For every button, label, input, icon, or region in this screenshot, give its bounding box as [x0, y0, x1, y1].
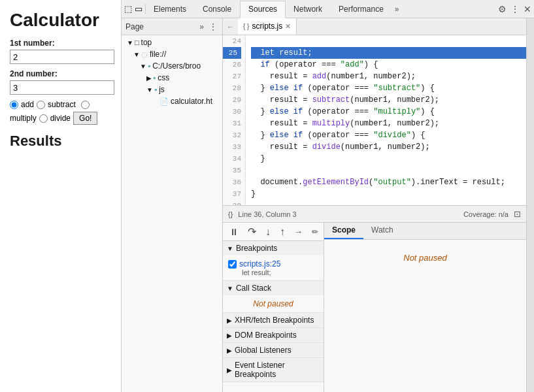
breakpoint-info-1: scripts.js:25 let result; — [239, 259, 280, 276]
step-button[interactable]: → — [292, 225, 305, 238]
code-tab-back-icon: ← — [223, 23, 238, 31]
code-tab-js-icon: { } — [243, 23, 249, 30]
tab-watch[interactable]: Watch — [363, 223, 401, 239]
callstack-not-paused: Not paused — [223, 295, 324, 312]
code-line-29: result = subtract(number1, number2); — [251, 94, 526, 106]
ln-28: 28 — [223, 82, 241, 94]
go-button[interactable]: Go! — [73, 112, 97, 125]
results-title: Results — [10, 133, 111, 150]
callstack-arrow-icon: ▼ — [227, 285, 233, 292]
mobile-icon[interactable]: ▭ — [135, 4, 142, 14]
callstack-section: ▼ Call Stack Not paused — [223, 281, 324, 313]
tree-label-top: top — [141, 38, 152, 47]
more-tabs-button[interactable]: » — [392, 5, 402, 14]
radio-divide-label: divide — [50, 114, 71, 123]
more-options-icon[interactable]: ⋮ — [510, 4, 520, 14]
radio-multiply[interactable] — [81, 101, 90, 109]
ln-33: 33 — [223, 141, 241, 153]
tree-arrow-js: ▼ — [146, 86, 153, 93]
breakpoints-header[interactable]: ▼ Breakpoints — [223, 241, 324, 255]
step-into-button[interactable]: ↓ — [263, 225, 273, 239]
code-tab-scripts[interactable]: { } scripts.js ✕ — [238, 18, 297, 35]
ln-26: 26 — [223, 59, 241, 71]
pause-button[interactable]: ⏸ — [227, 225, 241, 238]
dom-header[interactable]: ▶ DOM Breakpoints — [223, 328, 324, 342]
close-devtools-icon[interactable]: ✕ — [524, 4, 531, 14]
radio-multiply-label: multiply — [10, 114, 37, 123]
code-line-38 — [251, 200, 526, 205]
file-icon-calculator: 📄 — [159, 97, 169, 106]
global-header[interactable]: ▶ Global Listeners — [223, 343, 324, 357]
tab-sources[interactable]: Sources — [240, 1, 286, 18]
step-out-button[interactable]: ↑ — [277, 225, 288, 239]
pretty-print-icon[interactable]: {} — [228, 210, 233, 218]
tree-item-js[interactable]: ▼ ▪ js — [122, 84, 222, 95]
event-header[interactable]: ▶ Event Listener Breakpoints — [223, 358, 324, 382]
code-tab-bar: ← { } scripts.js ✕ — [223, 18, 526, 35]
tree-item-users[interactable]: ▼ ▪ C:/Users/broo — [122, 60, 222, 72]
tree-item-top[interactable]: ▼ □ top — [122, 37, 222, 48]
input-2nd-number[interactable] — [10, 80, 114, 95]
ln-31: 31 — [223, 118, 241, 129]
xhr-arrow-icon: ▶ — [227, 317, 232, 324]
tab-performance[interactable]: Performance — [331, 0, 392, 18]
bottom-panel: ⏸ ↷ ↓ ↑ → ✏ ⏺ ▼ Breakpoints — [223, 222, 526, 392]
coverage-settings-icon[interactable]: ⊡ — [514, 209, 521, 219]
folder-icon-top: □ — [135, 39, 139, 46]
curly-braces-icon: {} — [228, 210, 233, 218]
callstack-header[interactable]: ▼ Call Stack — [223, 281, 324, 295]
code-line-25: let result; — [251, 47, 526, 59]
devtools-scrollbar[interactable] — [526, 18, 534, 392]
radio-divide[interactable] — [39, 114, 48, 123]
settings-icon[interactable]: ⚙ — [498, 4, 507, 14]
breakpoint-checkbox-1[interactable] — [228, 260, 237, 269]
xhr-header[interactable]: ▶ XHR/fetch Breakpoints — [223, 313, 324, 327]
input-1st-number[interactable] — [10, 50, 114, 64]
tree-label-js: js — [159, 85, 165, 94]
event-label: Event Listener Breakpoints — [235, 361, 320, 379]
breakpoints-label: Breakpoints — [236, 244, 277, 253]
global-section: ▶ Global Listeners — [223, 343, 324, 358]
folder-icon-js: ▪ — [154, 85, 157, 94]
code-tab-close-button[interactable]: ✕ — [285, 22, 291, 31]
breakpoint-item-1: scripts.js:25 let result; — [228, 258, 318, 278]
tree-item-calculator[interactable]: ▶ 📄 calculator.ht — [122, 95, 222, 107]
code-line-35 — [251, 165, 526, 176]
ln-25: 25 — [223, 47, 241, 59]
code-line-26: if (operator === "add") { — [251, 59, 526, 71]
deactivate-breakpoints-button[interactable]: ✏ — [309, 226, 321, 238]
code-lines-container: 24 25 26 27 28 29 30 31 32 33 34 35 36 3… — [223, 35, 526, 205]
radio-add[interactable] — [10, 101, 18, 109]
tab-console[interactable]: Console — [195, 0, 240, 18]
ln-32: 32 — [223, 129, 241, 141]
tab-elements[interactable]: Elements — [146, 0, 195, 18]
code-line-36: document.getElementById("output").inerTe… — [251, 176, 526, 188]
cursor-icon[interactable]: ⬚ — [124, 4, 132, 14]
label-1st-number: 1st number: — [10, 39, 111, 48]
status-bar-left: {} Line 36, Column 3 — [228, 210, 297, 218]
xhr-label: XHR/fetch Breakpoints — [235, 316, 314, 325]
radio-subtract[interactable] — [37, 101, 45, 109]
step-over-button[interactable]: ↷ — [245, 224, 259, 239]
sidebar-more-button[interactable]: » — [198, 22, 205, 31]
dom-section: ▶ DOM Breakpoints — [223, 328, 324, 343]
breakpoint-code-1: let result; — [239, 269, 280, 276]
tab-network[interactable]: Network — [286, 0, 331, 18]
tree-arrow-file: ▼ — [133, 51, 140, 58]
tree-item-file[interactable]: ▼ ◌ file:// — [122, 48, 222, 60]
code-editor[interactable]: 24 25 26 27 28 29 30 31 32 33 34 35 36 3… — [223, 35, 526, 205]
global-arrow-icon: ▶ — [227, 347, 232, 354]
status-bar-right: Coverage: n/a ⊡ — [463, 209, 521, 219]
tree-item-css[interactable]: ▶ ▪ css — [122, 72, 222, 84]
tab-scope[interactable]: Scope — [324, 223, 363, 239]
debug-panel: ⏸ ↷ ↓ ↑ → ✏ ⏺ ▼ Breakpoints — [223, 223, 324, 392]
folder-icon-css: ▪ — [153, 73, 156, 82]
breakpoints-content: scripts.js:25 let result; — [223, 255, 324, 280]
label-2nd-number: 2nd number: — [10, 69, 111, 78]
global-label: Global Listeners — [235, 346, 292, 355]
sidebar-menu-button[interactable]: ⋮ — [208, 22, 218, 31]
folder-icon-file: ◌ — [141, 50, 148, 59]
callstack-label: Call Stack — [236, 284, 271, 293]
ln-30: 30 — [223, 106, 241, 118]
radio-subtract-label: subtract — [48, 100, 76, 109]
